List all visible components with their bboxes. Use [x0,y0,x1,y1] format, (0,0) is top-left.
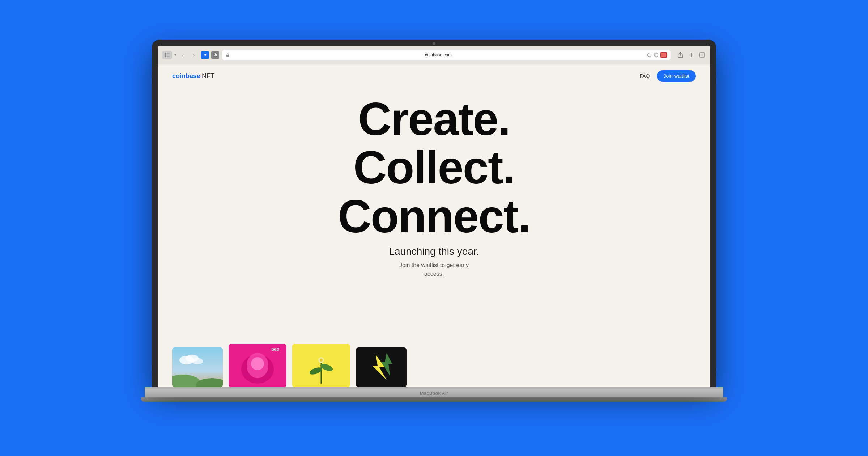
logo-nft-text: NFT [202,72,214,80]
svg-point-25 [251,357,264,370]
shield-icon [654,52,659,58]
address-bar-right-icons [647,52,667,58]
hero-subheadline: Launching this year. [389,246,479,257]
laptop-foot [141,397,727,402]
hero-line-2: Collect. [338,143,530,192]
svg-rect-3 [167,56,170,57]
logo-coinbase-text: coinbase [172,72,200,80]
svg-rect-10 [661,53,666,57]
hero-section: Create. Collect. Connect. Launching this… [158,88,710,335]
hero-line-1: Create. [338,95,530,143]
new-tab-icon[interactable] [687,51,695,59]
website-content: coinbase NFT FAQ Join waitlist Create. C… [158,64,710,387]
join-waitlist-button[interactable]: Join waitlist [657,70,696,82]
laptop-screen: ▾ ‹ › [152,40,716,387]
browser-extensions [201,51,219,59]
svg-rect-0 [165,53,166,57]
browser-right-toolbar [676,51,706,59]
sidebar-toggle-icon[interactable] [162,51,172,59]
laptop-base: MacBook Air [145,387,723,397]
svg-rect-1 [167,53,170,54]
share-icon[interactable] [676,51,684,59]
address-bar[interactable]: coinbase.com [222,50,671,60]
laptop-wrapper: ▾ ‹ › [152,40,716,416]
site-logo: coinbase NFT [172,72,214,80]
fullscreen-icon[interactable] [698,51,706,59]
svg-rect-13 [700,53,704,57]
laptop-brand-label: MacBook Air [420,390,448,396]
svg-rect-2 [167,55,170,55]
nft-strip: 062 [158,344,710,387]
hero-headline: Create. Collect. Connect. [338,95,530,241]
svg-rect-14 [701,54,703,56]
browser-chrome: ▾ ‹ › [158,46,710,64]
site-nav: coinbase NFT FAQ Join waitlist [158,64,710,88]
extension-icon-1 [201,51,209,59]
lock-icon [226,53,230,57]
svg-text:062: 062 [271,347,279,352]
extension-icon-2 [211,51,219,59]
profile-icon [660,52,667,58]
refresh-icon [647,52,652,58]
svg-point-18 [192,358,203,364]
browser-window: ▾ ‹ › [158,46,710,387]
forward-button[interactable]: › [190,51,198,59]
url-text: coinbase.com [232,52,644,58]
hero-description: Join the waitlist to get early access. [394,261,474,278]
nft-card-yellow[interactable] [292,344,350,387]
address-bar-icons [226,53,230,57]
nft-card-dark[interactable] [356,347,407,387]
hero-line-3: Connect. [338,192,530,241]
svg-rect-8 [226,55,229,57]
nft-card-sky[interactable] [172,347,223,387]
back-button[interactable]: ‹ [179,51,187,59]
faq-link[interactable]: FAQ [639,73,650,79]
nav-right: FAQ Join waitlist [639,70,696,82]
svg-point-31 [320,359,323,362]
nft-card-pink[interactable]: 062 [229,344,286,387]
browser-controls: ▾ ‹ › [162,51,198,59]
